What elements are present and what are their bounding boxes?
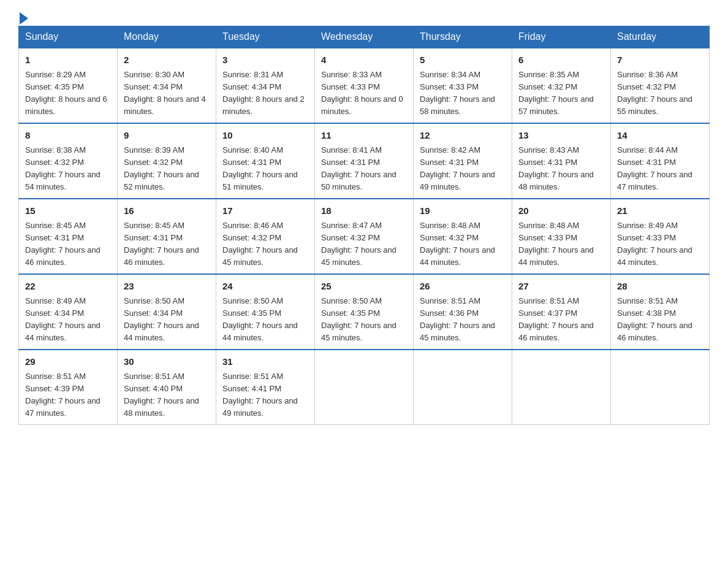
calendar-day-cell: 25Sunrise: 8:50 AMSunset: 4:35 PMDayligh… (315, 274, 414, 350)
day-info: Sunrise: 8:36 AMSunset: 4:32 PMDaylight:… (617, 69, 703, 118)
calendar-day-cell: 4Sunrise: 8:33 AMSunset: 4:33 PMDaylight… (315, 48, 414, 123)
day-number: 23 (124, 280, 210, 294)
calendar-day-cell: 3Sunrise: 8:31 AMSunset: 4:34 PMDaylight… (216, 48, 315, 123)
day-info: Sunrise: 8:41 AMSunset: 4:31 PMDaylight:… (321, 144, 407, 194)
logo (18, 12, 28, 20)
day-number: 29 (25, 355, 111, 369)
day-info: Sunrise: 8:30 AMSunset: 4:34 PMDaylight:… (124, 69, 210, 118)
day-number: 18 (321, 204, 407, 218)
day-number: 13 (518, 129, 604, 143)
day-number: 5 (420, 53, 506, 67)
day-number: 19 (420, 204, 506, 218)
day-number: 9 (124, 129, 210, 143)
calendar-day-cell: 24Sunrise: 8:50 AMSunset: 4:35 PMDayligh… (216, 274, 315, 350)
day-info: Sunrise: 8:51 AMSunset: 4:39 PMDaylight:… (25, 370, 111, 420)
day-number: 1 (25, 53, 111, 67)
weekday-header: Sunday (19, 26, 118, 48)
day-info: Sunrise: 8:34 AMSunset: 4:33 PMDaylight:… (420, 69, 506, 118)
day-number: 10 (222, 129, 308, 143)
day-number: 27 (518, 280, 604, 294)
day-number: 4 (321, 53, 407, 67)
day-info: Sunrise: 8:51 AMSunset: 4:38 PMDaylight:… (617, 295, 703, 345)
calendar-day-cell: 11Sunrise: 8:41 AMSunset: 4:31 PMDayligh… (315, 123, 414, 199)
calendar-day-cell: 9Sunrise: 8:39 AMSunset: 4:32 PMDaylight… (118, 123, 216, 199)
day-number: 16 (124, 204, 210, 218)
weekday-header: Monday (118, 26, 216, 48)
day-info: Sunrise: 8:46 AMSunset: 4:32 PMDaylight:… (222, 220, 308, 269)
day-info: Sunrise: 8:31 AMSunset: 4:34 PMDaylight:… (222, 69, 308, 118)
calendar-day-cell (611, 350, 710, 425)
calendar-week-row: 15Sunrise: 8:45 AMSunset: 4:31 PMDayligh… (19, 199, 710, 274)
day-info: Sunrise: 8:51 AMSunset: 4:37 PMDaylight:… (518, 295, 604, 345)
day-info: Sunrise: 8:48 AMSunset: 4:33 PMDaylight:… (518, 220, 604, 269)
calendar-day-cell: 22Sunrise: 8:49 AMSunset: 4:34 PMDayligh… (19, 274, 118, 350)
day-number: 7 (617, 53, 703, 67)
day-number: 20 (518, 204, 604, 218)
day-info: Sunrise: 8:43 AMSunset: 4:31 PMDaylight:… (518, 144, 604, 194)
calendar-day-cell: 21Sunrise: 8:49 AMSunset: 4:33 PMDayligh… (611, 199, 710, 274)
day-number: 14 (617, 129, 703, 143)
day-number: 21 (617, 204, 703, 218)
calendar-day-cell: 13Sunrise: 8:43 AMSunset: 4:31 PMDayligh… (512, 123, 611, 199)
day-number: 22 (25, 280, 111, 294)
calendar-day-cell (315, 350, 414, 425)
day-number: 30 (124, 355, 210, 369)
calendar-day-cell: 26Sunrise: 8:51 AMSunset: 4:36 PMDayligh… (414, 274, 512, 350)
day-info: Sunrise: 8:45 AMSunset: 4:31 PMDaylight:… (124, 220, 210, 269)
day-info: Sunrise: 8:33 AMSunset: 4:33 PMDaylight:… (321, 69, 407, 118)
calendar-day-cell: 27Sunrise: 8:51 AMSunset: 4:37 PMDayligh… (512, 274, 611, 350)
day-number: 15 (25, 204, 111, 218)
day-number: 24 (222, 280, 308, 294)
day-info: Sunrise: 8:42 AMSunset: 4:31 PMDaylight:… (420, 144, 506, 194)
weekday-header: Saturday (611, 26, 710, 48)
calendar-day-cell: 29Sunrise: 8:51 AMSunset: 4:39 PMDayligh… (19, 350, 118, 425)
day-number: 17 (222, 204, 308, 218)
calendar-day-cell: 1Sunrise: 8:29 AMSunset: 4:35 PMDaylight… (19, 48, 118, 123)
weekday-header: Wednesday (315, 26, 414, 48)
day-info: Sunrise: 8:48 AMSunset: 4:32 PMDaylight:… (420, 220, 506, 269)
day-number: 11 (321, 129, 407, 143)
calendar-day-cell: 31Sunrise: 8:51 AMSunset: 4:41 PMDayligh… (216, 350, 315, 425)
day-info: Sunrise: 8:40 AMSunset: 4:31 PMDaylight:… (222, 144, 308, 194)
calendar-day-cell: 15Sunrise: 8:45 AMSunset: 4:31 PMDayligh… (19, 199, 118, 274)
calendar-day-cell (414, 350, 512, 425)
page-header (18, 12, 710, 20)
day-info: Sunrise: 8:44 AMSunset: 4:31 PMDaylight:… (617, 144, 703, 194)
day-info: Sunrise: 8:49 AMSunset: 4:34 PMDaylight:… (25, 295, 111, 345)
logo-arrow-icon (20, 12, 28, 25)
calendar-week-row: 1Sunrise: 8:29 AMSunset: 4:35 PMDaylight… (19, 48, 710, 123)
day-number: 3 (222, 53, 308, 67)
day-info: Sunrise: 8:39 AMSunset: 4:32 PMDaylight:… (124, 144, 210, 194)
calendar-day-cell: 28Sunrise: 8:51 AMSunset: 4:38 PMDayligh… (611, 274, 710, 350)
day-number: 31 (222, 355, 308, 369)
day-info: Sunrise: 8:51 AMSunset: 4:41 PMDaylight:… (222, 370, 308, 420)
calendar-header-row: SundayMondayTuesdayWednesdayThursdayFrid… (19, 26, 710, 48)
calendar-day-cell: 16Sunrise: 8:45 AMSunset: 4:31 PMDayligh… (118, 199, 216, 274)
calendar-day-cell: 5Sunrise: 8:34 AMSunset: 4:33 PMDaylight… (414, 48, 512, 123)
day-info: Sunrise: 8:38 AMSunset: 4:32 PMDaylight:… (25, 144, 111, 194)
calendar-day-cell: 30Sunrise: 8:51 AMSunset: 4:40 PMDayligh… (118, 350, 216, 425)
calendar-day-cell: 8Sunrise: 8:38 AMSunset: 4:32 PMDaylight… (19, 123, 118, 199)
weekday-header: Friday (512, 26, 611, 48)
day-info: Sunrise: 8:50 AMSunset: 4:35 PMDaylight:… (321, 295, 407, 345)
calendar-day-cell: 23Sunrise: 8:50 AMSunset: 4:34 PMDayligh… (118, 274, 216, 350)
calendar-day-cell (512, 350, 611, 425)
calendar-day-cell: 12Sunrise: 8:42 AMSunset: 4:31 PMDayligh… (414, 123, 512, 199)
day-info: Sunrise: 8:45 AMSunset: 4:31 PMDaylight:… (25, 220, 111, 269)
day-info: Sunrise: 8:50 AMSunset: 4:34 PMDaylight:… (124, 295, 210, 345)
day-number: 8 (25, 129, 111, 143)
calendar-day-cell: 18Sunrise: 8:47 AMSunset: 4:32 PMDayligh… (315, 199, 414, 274)
day-number: 12 (420, 129, 506, 143)
calendar-day-cell: 6Sunrise: 8:35 AMSunset: 4:32 PMDaylight… (512, 48, 611, 123)
weekday-header: Tuesday (216, 26, 315, 48)
calendar-day-cell: 7Sunrise: 8:36 AMSunset: 4:32 PMDaylight… (611, 48, 710, 123)
calendar-day-cell: 19Sunrise: 8:48 AMSunset: 4:32 PMDayligh… (414, 199, 512, 274)
day-info: Sunrise: 8:47 AMSunset: 4:32 PMDaylight:… (321, 220, 407, 269)
day-info: Sunrise: 8:49 AMSunset: 4:33 PMDaylight:… (617, 220, 703, 269)
day-info: Sunrise: 8:50 AMSunset: 4:35 PMDaylight:… (222, 295, 308, 345)
day-number: 28 (617, 280, 703, 294)
day-number: 26 (420, 280, 506, 294)
day-number: 2 (124, 53, 210, 67)
weekday-header: Thursday (414, 26, 512, 48)
day-info: Sunrise: 8:51 AMSunset: 4:36 PMDaylight:… (420, 295, 506, 345)
